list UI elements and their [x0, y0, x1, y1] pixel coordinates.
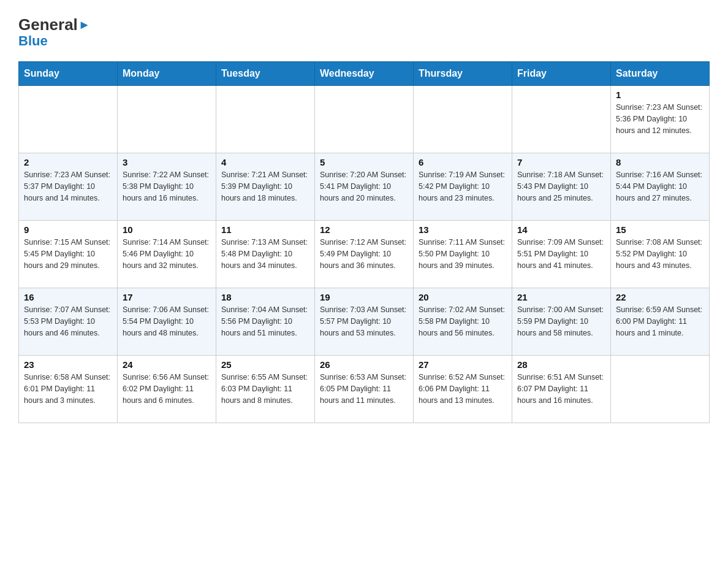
- calendar-week-row: 1Sunrise: 7:23 AM Sunset: 5:36 PM Daylig…: [19, 86, 710, 153]
- logo-general: General►: [18, 15, 91, 34]
- calendar-cell: 17Sunrise: 7:06 AM Sunset: 5:54 PM Dayli…: [118, 288, 216, 356]
- calendar-week-row: 2Sunrise: 7:23 AM Sunset: 5:37 PM Daylig…: [19, 153, 710, 221]
- day-number: 18: [221, 292, 309, 302]
- calendar-cell: [118, 86, 216, 153]
- calendar-cell: [19, 86, 118, 153]
- calendar-header-saturday: Saturday: [611, 62, 710, 86]
- calendar-cell: 16Sunrise: 7:07 AM Sunset: 5:53 PM Dayli…: [19, 288, 118, 356]
- day-info: Sunrise: 7:00 AM Sunset: 5:59 PM Dayligh…: [517, 304, 605, 339]
- day-info: Sunrise: 7:09 AM Sunset: 5:51 PM Dayligh…: [517, 237, 605, 271]
- day-number: 26: [320, 359, 408, 370]
- day-number: 8: [616, 157, 704, 167]
- day-number: 13: [419, 224, 507, 235]
- calendar-table: SundayMondayTuesdayWednesdayThursdayFrid…: [18, 61, 710, 423]
- day-info: Sunrise: 6:53 AM Sunset: 6:05 PM Dayligh…: [320, 372, 408, 406]
- day-number: 4: [221, 157, 309, 167]
- calendar-header-monday: Monday: [118, 62, 216, 86]
- calendar-week-row: 16Sunrise: 7:07 AM Sunset: 5:53 PM Dayli…: [19, 288, 710, 356]
- day-number: 6: [419, 157, 507, 167]
- calendar-week-row: 9Sunrise: 7:15 AM Sunset: 5:45 PM Daylig…: [19, 221, 710, 288]
- day-info: Sunrise: 7:12 AM Sunset: 5:49 PM Dayligh…: [320, 237, 408, 271]
- day-number: 11: [221, 224, 309, 235]
- calendar-cell: [315, 86, 414, 153]
- day-info: Sunrise: 7:16 AM Sunset: 5:44 PM Dayligh…: [616, 169, 704, 204]
- calendar-header-tuesday: Tuesday: [216, 62, 315, 86]
- calendar-cell: 13Sunrise: 7:11 AM Sunset: 5:50 PM Dayli…: [414, 221, 512, 288]
- day-number: 5: [320, 157, 408, 167]
- calendar-cell: 3Sunrise: 7:22 AM Sunset: 5:38 PM Daylig…: [118, 153, 216, 221]
- day-info: Sunrise: 7:04 AM Sunset: 5:56 PM Dayligh…: [221, 304, 309, 339]
- calendar-cell: 23Sunrise: 6:58 AM Sunset: 6:01 PM Dayli…: [19, 356, 118, 423]
- calendar-cell: 2Sunrise: 7:23 AM Sunset: 5:37 PM Daylig…: [19, 153, 118, 221]
- day-number: 9: [24, 224, 112, 235]
- calendar-cell: 7Sunrise: 7:18 AM Sunset: 5:43 PM Daylig…: [512, 153, 611, 221]
- day-info: Sunrise: 6:55 AM Sunset: 6:03 PM Dayligh…: [221, 372, 309, 406]
- page-header: General► Blue: [18, 12, 710, 49]
- day-number: 10: [123, 224, 211, 235]
- day-number: 7: [517, 157, 605, 167]
- day-info: Sunrise: 7:03 AM Sunset: 5:57 PM Dayligh…: [320, 304, 408, 339]
- calendar-week-row: 23Sunrise: 6:58 AM Sunset: 6:01 PM Dayli…: [19, 356, 710, 423]
- day-number: 1: [616, 90, 704, 100]
- calendar-cell: [414, 86, 512, 153]
- day-info: Sunrise: 7:07 AM Sunset: 5:53 PM Dayligh…: [24, 304, 112, 339]
- calendar-cell: 12Sunrise: 7:12 AM Sunset: 5:49 PM Dayli…: [315, 221, 414, 288]
- day-info: Sunrise: 7:14 AM Sunset: 5:46 PM Dayligh…: [123, 237, 211, 271]
- calendar-cell: 15Sunrise: 7:08 AM Sunset: 5:52 PM Dayli…: [611, 221, 710, 288]
- calendar-cell: 26Sunrise: 6:53 AM Sunset: 6:05 PM Dayli…: [315, 356, 414, 423]
- day-number: 20: [419, 292, 507, 302]
- calendar-header-wednesday: Wednesday: [315, 62, 414, 86]
- logo: General► Blue: [18, 12, 91, 49]
- calendar-header-thursday: Thursday: [414, 62, 512, 86]
- day-number: 24: [123, 359, 211, 370]
- day-number: 22: [616, 292, 704, 302]
- calendar-cell: 22Sunrise: 6:59 AM Sunset: 6:00 PM Dayli…: [611, 288, 710, 356]
- logo-general-text: General: [18, 15, 78, 34]
- calendar-cell: 4Sunrise: 7:21 AM Sunset: 5:39 PM Daylig…: [216, 153, 315, 221]
- day-info: Sunrise: 7:23 AM Sunset: 5:37 PM Dayligh…: [24, 169, 112, 204]
- logo-blue-text: Blue: [18, 33, 48, 49]
- calendar-cell: 8Sunrise: 7:16 AM Sunset: 5:44 PM Daylig…: [611, 153, 710, 221]
- day-info: Sunrise: 6:56 AM Sunset: 6:02 PM Dayligh…: [123, 372, 211, 406]
- day-info: Sunrise: 7:02 AM Sunset: 5:58 PM Dayligh…: [419, 304, 507, 339]
- day-info: Sunrise: 7:18 AM Sunset: 5:43 PM Dayligh…: [517, 169, 605, 204]
- day-number: 21: [517, 292, 605, 302]
- calendar-cell: [216, 86, 315, 153]
- day-info: Sunrise: 7:06 AM Sunset: 5:54 PM Dayligh…: [123, 304, 211, 339]
- day-info: Sunrise: 6:59 AM Sunset: 6:00 PM Dayligh…: [616, 304, 704, 339]
- logo-arrow-icon: ►: [78, 18, 91, 32]
- day-info: Sunrise: 7:23 AM Sunset: 5:36 PM Dayligh…: [616, 102, 704, 136]
- calendar-cell: 20Sunrise: 7:02 AM Sunset: 5:58 PM Dayli…: [414, 288, 512, 356]
- day-info: Sunrise: 7:21 AM Sunset: 5:39 PM Dayligh…: [221, 169, 309, 204]
- day-number: 17: [123, 292, 211, 302]
- calendar-cell: 19Sunrise: 7:03 AM Sunset: 5:57 PM Dayli…: [315, 288, 414, 356]
- day-info: Sunrise: 7:20 AM Sunset: 5:41 PM Dayligh…: [320, 169, 408, 204]
- calendar-cell: 28Sunrise: 6:51 AM Sunset: 6:07 PM Dayli…: [512, 356, 611, 423]
- day-number: 25: [221, 359, 309, 370]
- day-number: 19: [320, 292, 408, 302]
- day-number: 12: [320, 224, 408, 235]
- day-info: Sunrise: 7:11 AM Sunset: 5:50 PM Dayligh…: [419, 237, 507, 271]
- day-number: 2: [24, 157, 112, 167]
- calendar-header-row: SundayMondayTuesdayWednesdayThursdayFrid…: [19, 62, 710, 86]
- calendar-cell: 25Sunrise: 6:55 AM Sunset: 6:03 PM Dayli…: [216, 356, 315, 423]
- day-info: Sunrise: 7:15 AM Sunset: 5:45 PM Dayligh…: [24, 237, 112, 271]
- calendar-header-sunday: Sunday: [19, 62, 118, 86]
- calendar-cell: [611, 356, 710, 423]
- calendar-cell: 27Sunrise: 6:52 AM Sunset: 6:06 PM Dayli…: [414, 356, 512, 423]
- day-number: 15: [616, 224, 704, 235]
- calendar-cell: 18Sunrise: 7:04 AM Sunset: 5:56 PM Dayli…: [216, 288, 315, 356]
- day-info: Sunrise: 6:52 AM Sunset: 6:06 PM Dayligh…: [419, 372, 507, 406]
- calendar-cell: 9Sunrise: 7:15 AM Sunset: 5:45 PM Daylig…: [19, 221, 118, 288]
- calendar-cell: 10Sunrise: 7:14 AM Sunset: 5:46 PM Dayli…: [118, 221, 216, 288]
- day-info: Sunrise: 7:19 AM Sunset: 5:42 PM Dayligh…: [419, 169, 507, 204]
- calendar-cell: 5Sunrise: 7:20 AM Sunset: 5:41 PM Daylig…: [315, 153, 414, 221]
- day-number: 3: [123, 157, 211, 167]
- day-info: Sunrise: 7:08 AM Sunset: 5:52 PM Dayligh…: [616, 237, 704, 271]
- day-info: Sunrise: 7:13 AM Sunset: 5:48 PM Dayligh…: [221, 237, 309, 271]
- day-info: Sunrise: 7:22 AM Sunset: 5:38 PM Dayligh…: [123, 169, 211, 204]
- calendar-cell: [512, 86, 611, 153]
- calendar-header-friday: Friday: [512, 62, 611, 86]
- day-number: 14: [517, 224, 605, 235]
- calendar-cell: 1Sunrise: 7:23 AM Sunset: 5:36 PM Daylig…: [611, 86, 710, 153]
